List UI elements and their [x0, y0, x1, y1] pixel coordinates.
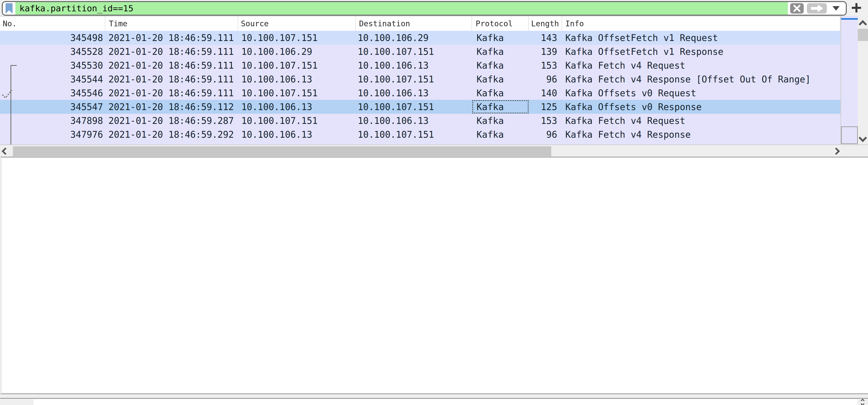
packet-row[interactable]: 3455462021-01-20 18:46:59.11110.100.107.…	[0, 86, 840, 100]
packet-list-rows: 3454982021-01-20 18:46:59.11110.100.107.…	[0, 31, 840, 145]
filter-text[interactable]: kafka.partition_id==15	[16, 3, 788, 13]
column-header-no[interactable]: No.	[0, 16, 105, 31]
bookmark-icon	[6, 3, 12, 13]
cell-info: Kafka OffsetFetch v1 Response	[562, 45, 840, 58]
cell-length: 153	[529, 114, 562, 127]
filter-history-dropdown[interactable]	[830, 3, 842, 13]
cell-time: 2021-01-20 18:46:59.111	[105, 31, 238, 45]
display-filter-input[interactable]: kafka.partition_id==15	[2, 1, 847, 16]
cell-length: 96	[529, 72, 562, 86]
cell-destination: 10.100.106.29	[356, 31, 472, 45]
cell-source: 10.100.107.151	[238, 58, 356, 72]
packet-list: No.TimeSourceDestinationProtocolLengthIn…	[0, 16, 840, 145]
cell-protocol: Kafka	[472, 86, 529, 100]
cell-source: 10.100.107.151	[238, 86, 356, 100]
packet-row[interactable]: 3479762021-01-20 18:46:59.29210.100.106.…	[0, 127, 840, 141]
cell-info: Kafka Fetch v4 Response [Offset Out Of R…	[562, 72, 840, 86]
close-icon	[793, 4, 801, 12]
cell-no: 345547	[0, 100, 105, 114]
cell-no: 347976	[0, 127, 105, 141]
column-header-length[interactable]: Length	[529, 16, 562, 31]
cell-length: 140	[529, 86, 562, 100]
cell-source: 10.100.106.13	[238, 72, 356, 86]
horizontal-scrollbar-thumb[interactable]	[13, 146, 551, 156]
cell-time: 2021-01-20 18:46:59.293	[105, 141, 238, 145]
cell-no: 345528	[0, 45, 105, 58]
cell-info: Kafka Fetch v4 Request	[562, 114, 840, 127]
cell-protocol: Kafka	[472, 114, 529, 127]
pane-splitter[interactable]	[0, 394, 868, 399]
cell-info: Kafka Fetch v4 Request	[562, 141, 840, 145]
cell-info: Kafka Fetch v4 Response	[562, 127, 840, 141]
cell-length: 125	[529, 100, 562, 114]
chevron-down-icon	[833, 6, 840, 11]
cell-protocol: Kafka	[472, 31, 529, 45]
filter-controls	[788, 2, 846, 15]
vertical-scrollbar[interactable]	[858, 16, 868, 144]
cell-source: 10.100.106.13	[238, 127, 356, 141]
packet-row[interactable]: 3454982021-01-20 18:46:59.11110.100.107.…	[0, 31, 840, 45]
scroll-down-arrow[interactable]	[861, 402, 865, 405]
filter-clear-button[interactable]	[790, 3, 804, 13]
cell-length: 153	[529, 141, 562, 145]
packet-bytes-pane	[0, 399, 868, 405]
column-header-destination[interactable]: Destination	[356, 16, 472, 31]
packet-row[interactable]: 3455302021-01-20 18:46:59.11110.100.107.…	[0, 58, 840, 72]
cell-destination: 10.100.107.151	[356, 127, 472, 141]
cell-no: 347978	[0, 141, 105, 145]
horizontal-scrollbar[interactable]	[0, 145, 868, 157]
cell-source: 10.100.106.13	[238, 100, 356, 114]
cell-destination: 10.100.107.151	[356, 45, 472, 58]
cell-info: Kafka Offsets v0 Response	[562, 100, 840, 114]
scroll-left-arrow[interactable]	[2, 147, 9, 155]
column-header-time[interactable]: Time	[105, 16, 238, 31]
cell-destination: 10.100.106.13	[356, 114, 472, 127]
packet-row[interactable]: 3455282021-01-20 18:46:59.11110.100.106.…	[0, 45, 840, 58]
cell-source: 10.100.107.151	[238, 141, 356, 145]
cell-no: 345498	[0, 31, 105, 45]
vertical-scrollbar-thumb[interactable]	[858, 29, 868, 41]
packet-row[interactable]: 3479782021-01-20 18:46:59.29310.100.107.…	[0, 141, 840, 145]
packet-row[interactable]: 3478982021-01-20 18:46:59.28710.100.107.…	[0, 114, 840, 127]
cell-time: 2021-01-20 18:46:59.287	[105, 114, 238, 127]
cell-protocol: Kafka	[472, 141, 529, 145]
cell-length: 153	[529, 58, 562, 72]
packet-row[interactable]: 3455442021-01-20 18:46:59.11110.100.106.…	[0, 72, 840, 86]
packet-row[interactable]: 3455472021-01-20 18:46:59.11210.100.106.…	[0, 100, 840, 114]
scroll-right-arrow[interactable]	[833, 147, 840, 155]
cell-destination: 10.100.106.13	[356, 58, 472, 72]
packet-details-pane	[0, 157, 868, 394]
packet-minimap[interactable]	[841, 16, 858, 144]
cell-time: 2021-01-20 18:46:59.292	[105, 127, 238, 141]
cell-protocol: Kafka	[472, 100, 529, 114]
column-header-protocol[interactable]: Protocol	[472, 16, 529, 31]
cell-destination: 10.100.106.13	[356, 86, 472, 100]
filter-bookmark-button[interactable]	[3, 2, 16, 15]
scroll-down-arrow[interactable]	[859, 134, 867, 142]
packet-list-header: No.TimeSourceDestinationProtocolLengthIn…	[0, 16, 840, 31]
cell-no: 345546	[0, 86, 105, 100]
column-header-info[interactable]: Info	[562, 16, 840, 31]
add-filter-button[interactable]: +	[848, 0, 864, 15]
wireshark-window: kafka.partition_id==15 +	[0, 0, 868, 405]
cell-no: 345544	[0, 72, 105, 86]
bytes-scrollbar[interactable]	[857, 399, 868, 405]
cell-source: 10.100.106.29	[238, 45, 356, 58]
minimap-viewport-box[interactable]	[841, 126, 858, 144]
scroll-up-arrow[interactable]	[859, 20, 867, 29]
column-header-source[interactable]: Source	[238, 16, 356, 31]
cell-time: 2021-01-20 18:46:59.111	[105, 58, 238, 72]
cell-source: 10.100.107.151	[238, 114, 356, 127]
filter-apply-button[interactable]	[807, 3, 827, 13]
cell-destination: 10.100.107.151	[356, 100, 472, 114]
cell-protocol: Kafka	[472, 45, 529, 58]
cell-info: Kafka Offsets v0 Request	[562, 86, 840, 100]
cell-source: 10.100.107.151	[238, 31, 356, 45]
cell-destination: 10.100.107.151	[356, 72, 472, 86]
cell-time: 2021-01-20 18:46:59.111	[105, 45, 238, 58]
bytes-offset-gutter	[0, 399, 33, 405]
cell-time: 2021-01-20 18:46:59.111	[105, 86, 238, 100]
cell-protocol: Kafka	[472, 58, 529, 72]
cell-destination: 10.100.106.13	[356, 141, 472, 145]
cell-time: 2021-01-20 18:46:59.111	[105, 72, 238, 86]
